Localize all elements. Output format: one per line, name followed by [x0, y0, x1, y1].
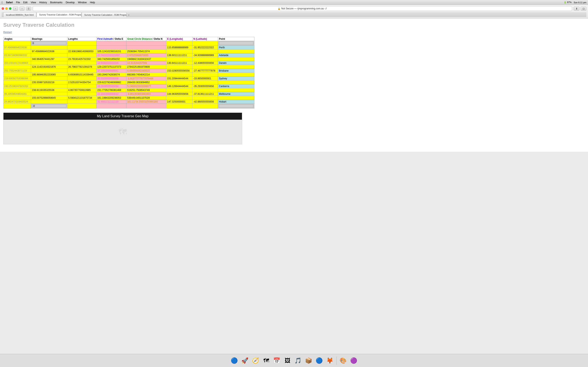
map-body: 🗺 [3, 120, 242, 144]
tab-localhost[interactable]: localhost:8888/lm_flyer.html [3, 12, 36, 17]
table-header-row: Angles Bearings Lengths First Azimuth / … [3, 37, 254, 41]
gcd-cell: 13.313164267566 [126, 61, 166, 65]
gcd-cell [126, 46, 166, 50]
e-lon-cell [166, 73, 192, 77]
tab-survey-2[interactable]: Survey Traverse Calculation - RJM Progra… [82, 12, 127, 17]
file-menu[interactable]: File [16, 1, 20, 4]
minimize-button[interactable] [5, 7, 8, 10]
first-az-cell: 35.5505555556008 [96, 77, 126, 81]
point-cell [218, 73, 254, 77]
angle-cell: 97.45689664022636 [3, 46, 31, 50]
th-angles: Angles [3, 37, 31, 41]
point-cell: Melbourne [218, 92, 254, 96]
length-cell [67, 69, 96, 73]
length-cell: 22.9361988143060053 [67, 50, 96, 53]
table-row [3, 41, 254, 46]
first-az-cell [96, 46, 126, 50]
add-tab-button[interactable]: + [127, 13, 131, 17]
point-cell [218, 88, 254, 92]
url-text: Not Secure — rjmprogramming.com.au [281, 7, 324, 10]
n-lat-cell [192, 50, 218, 53]
point-cell[interactable] [218, 104, 254, 108]
n-lat-cell [192, 57, 218, 61]
reload-button[interactable]: ↺ [325, 7, 327, 10]
point-cell: Hobart [218, 100, 254, 104]
survey-table-body: 97.45689664022636 115.858888888989 -31.9… [3, 41, 254, 108]
e-lon-cell [166, 88, 192, 92]
help-menu[interactable]: Help [90, 1, 95, 4]
develop-menu[interactable]: Develop [66, 1, 75, 4]
e-lon-cell [166, 41, 192, 46]
th-lengths: Lengths [67, 37, 96, 41]
point-cell: Brisbane [218, 69, 254, 73]
edit-menu[interactable]: Edit [23, 1, 27, 4]
length-cell [67, 104, 96, 108]
point-cell[interactable] [218, 41, 254, 46]
bearing-cell [31, 100, 67, 104]
browser-chrome: ‹ › ☰ 🔒 Not Secure — rjmprogramming.com.… [0, 5, 588, 18]
share-button[interactable]: ⬆ [574, 7, 579, 11]
e-lon-cell: 147.3250000001 [166, 100, 192, 104]
bearing-input-cell[interactable] [31, 41, 67, 46]
bookmarks-menu[interactable]: Bookmarks [50, 1, 62, 4]
angle-cell: 96.19559544804281 [3, 92, 31, 96]
e-lon-cell: 130.84111111211 [166, 61, 192, 65]
point-cell: Darwin [218, 61, 254, 65]
gcd-cell: 660369.7454042214 [126, 73, 166, 77]
length-cell [67, 53, 96, 57]
length-cell: 5.5904121101875734 [67, 96, 96, 100]
new-tab-button[interactable]: ⊡ [581, 7, 586, 11]
restart-link[interactable]: Restart [3, 31, 12, 34]
point-input[interactable] [219, 42, 253, 45]
sidebar-button[interactable]: ☰ [26, 7, 31, 11]
angle-cell: 24.992471019403524 [3, 100, 31, 104]
bearing-cell: 238.8119335325536 [31, 88, 67, 92]
e-lon-cell [166, 104, 192, 108]
address-bar[interactable]: 🔒 Not Secure — rjmprogramming.com.au ↺ [33, 6, 572, 11]
length-cell [67, 84, 96, 88]
angle-cell [3, 41, 31, 46]
gcd-cell: -8.861353893082003 [126, 92, 166, 96]
map-section: My Land Survey Traverse Geo Map 🗺 [3, 113, 242, 144]
bearing-cell [31, 61, 67, 65]
n-lat-cell [192, 73, 218, 77]
point-cell: Adelaide [218, 53, 254, 57]
traffic-lights [2, 7, 11, 10]
n-lat-cell [192, 81, 218, 84]
back-button[interactable]: ‹ [13, 7, 18, 11]
apple-menu[interactable]:  [2, 1, 3, 4]
bearing-input-cell[interactable] [31, 104, 67, 108]
table-row: 251.7552443571119 37.1891666666641 4.484… [3, 69, 254, 73]
safari-menu[interactable]: Safari [6, 1, 13, 4]
gcd-cell [126, 104, 166, 108]
tab-survey-active[interactable]: Survey Traverse Calculation - RJM Progra… [36, 12, 81, 17]
table-row: 323.15016172108903 14.9182222222316 13.3… [3, 61, 254, 65]
table-row: 63.50716080390333 22.74222222221997 2.97… [3, 53, 254, 57]
bearing-input[interactable] [32, 42, 66, 45]
angle-cell: 251.7552443571119 [3, 69, 31, 73]
length-cell [67, 100, 96, 104]
window-menu[interactable]: Window [78, 1, 87, 4]
n-lat-cell: -33.8650000001 [192, 77, 218, 81]
menu-bar:  Safari File Edit View History Bookmark… [0, 0, 588, 5]
length-cell [67, 77, 96, 81]
close-button[interactable] [2, 7, 4, 10]
n-lat-cell: -42.880555555656 [192, 100, 218, 104]
table-row: 124.11421916521876 26.798377821391078 12… [3, 65, 254, 69]
point-input[interactable] [219, 104, 253, 108]
n-lat-cell: -37.813611111211 [192, 92, 218, 96]
first-az-cell: 161.19843209238053 [96, 96, 126, 100]
first-az-cell: 19.2609555565094 [96, 84, 126, 88]
forward-button[interactable]: › [20, 7, 25, 11]
n-lat-cell [192, 104, 218, 108]
length-cell: 6.65069910114339445 [67, 73, 96, 77]
bearing-input[interactable] [32, 104, 66, 108]
length-cell: 2.525103744354754 [67, 81, 96, 84]
view-menu[interactable]: View [31, 1, 36, 4]
battery-icon: 🔋 87% [564, 1, 572, 4]
angle-cell [3, 81, 31, 84]
angle-cell: 183.25196247923202 [3, 84, 31, 88]
history-menu[interactable]: History [39, 1, 47, 4]
table-row: 340.9640574441297 23.79191425732202 340.… [3, 57, 254, 61]
fullscreen-button[interactable] [9, 7, 11, 10]
